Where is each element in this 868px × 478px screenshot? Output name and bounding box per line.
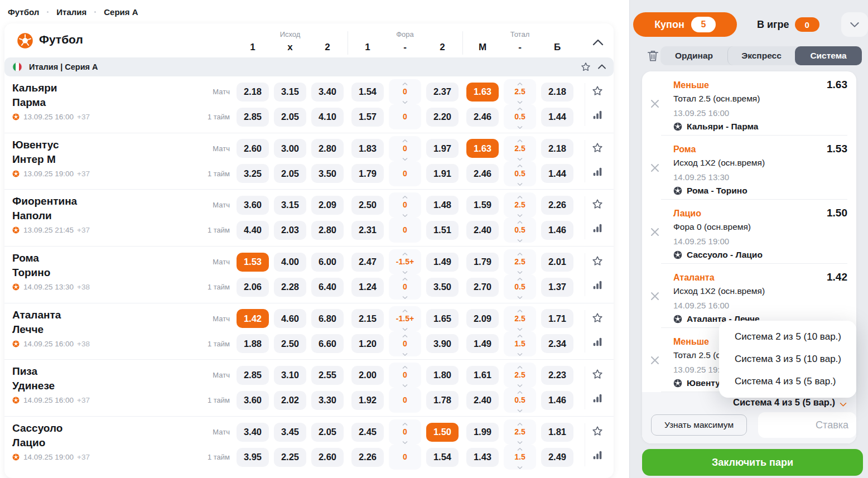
handicap-line[interactable]: 0 xyxy=(389,218,421,243)
odds-x[interactable]: 3.15 xyxy=(274,83,306,102)
handicap-line[interactable]: 0 xyxy=(389,445,421,470)
odds-2[interactable]: 2.80 xyxy=(311,221,344,240)
chevron-up-icon[interactable] xyxy=(591,37,605,48)
total-over[interactable]: 2.34 xyxy=(541,334,573,353)
total-line[interactable]: 0.5 xyxy=(504,388,536,413)
match-favorite-star-icon[interactable] xyxy=(591,312,604,324)
remove-selection-icon[interactable] xyxy=(648,354,662,367)
total-over[interactable]: 1.46 xyxy=(541,391,573,410)
system-option[interactable]: Система 3 из 5 (10 вар.) xyxy=(719,348,856,370)
total-line[interactable]: 0.5 xyxy=(504,161,536,186)
odds-x[interactable]: 4.60 xyxy=(274,309,306,328)
handicap-1[interactable]: 1.24 xyxy=(351,278,384,297)
total-under[interactable]: 1.49 xyxy=(466,334,499,353)
match-favorite-star-icon[interactable] xyxy=(591,255,604,267)
match-stats-icon[interactable] xyxy=(591,336,604,348)
system-select[interactable]: Система 4 из 5 (5 вар.) xyxy=(733,397,847,408)
match-stats-icon[interactable] xyxy=(591,109,604,121)
odds-2[interactable]: 2.80 xyxy=(311,139,344,158)
handicap-2[interactable]: 1.48 xyxy=(426,196,459,215)
bet-type-tab-inactive[interactable]: Экспресс xyxy=(727,46,795,65)
handicap-line[interactable]: 0 xyxy=(389,388,421,413)
total-line[interactable]: 0.5 xyxy=(504,274,536,300)
handicap-1[interactable]: 1.92 xyxy=(351,391,384,410)
match-favorite-star-icon[interactable] xyxy=(591,85,604,97)
handicap-line[interactable]: 0 xyxy=(389,161,421,186)
handicap-2[interactable]: 1.97 xyxy=(426,139,459,158)
odds-2[interactable]: 6.40 xyxy=(311,278,344,297)
odds-1[interactable]: 2.60 xyxy=(237,139,269,158)
match-stats-icon[interactable] xyxy=(591,222,604,234)
handicap-line[interactable]: 0 xyxy=(389,274,421,300)
odds-1[interactable]: 3.60 xyxy=(237,391,269,410)
total-over[interactable]: 2.01 xyxy=(541,253,573,272)
odds-x[interactable]: 2.05 xyxy=(274,164,306,183)
remove-selection-icon[interactable] xyxy=(648,289,662,303)
handicap-2-selected[interactable]: 1.50 xyxy=(426,423,459,442)
odds-2[interactable]: 2.09 xyxy=(311,196,344,215)
handicap-2[interactable]: 1.91 xyxy=(426,164,459,183)
total-over[interactable]: 2.23 xyxy=(541,366,573,385)
total-under[interactable]: 1.79 xyxy=(466,253,499,272)
odds-x[interactable]: 3.45 xyxy=(274,423,306,442)
odds-1[interactable]: 4.40 xyxy=(237,221,269,240)
total-over[interactable]: 1.44 xyxy=(541,164,573,183)
handicap-1[interactable]: 1.57 xyxy=(351,108,384,127)
collapse-league-button[interactable] xyxy=(597,62,607,71)
handicap-2[interactable]: 1.80 xyxy=(426,366,459,385)
remove-selection-icon[interactable] xyxy=(648,161,662,175)
total-under[interactable]: 2.46 xyxy=(466,164,499,183)
coupon-tab[interactable]: Купон 5 xyxy=(633,12,737,37)
total-line[interactable]: 2.5 xyxy=(504,306,536,331)
odds-x[interactable]: 2.03 xyxy=(274,221,306,240)
total-over[interactable]: 2.49 xyxy=(541,448,573,467)
handicap-2[interactable]: 1.49 xyxy=(426,253,459,272)
handicap-line[interactable]: 0 xyxy=(389,192,421,218)
total-over[interactable]: 2.26 xyxy=(541,196,573,215)
match-favorite-star-icon[interactable] xyxy=(591,198,604,210)
odds-1[interactable]: 2.85 xyxy=(237,366,269,385)
handicap-1[interactable]: 2.45 xyxy=(351,423,384,442)
handicap-2[interactable]: 2.20 xyxy=(426,108,459,127)
odds-1-selected[interactable]: 1.42 xyxy=(237,309,269,328)
handicap-1[interactable]: 2.31 xyxy=(351,221,384,240)
odds-1[interactable]: 3.60 xyxy=(237,196,269,215)
max-stake-button[interactable]: Узнать максимум xyxy=(651,414,747,436)
odds-x[interactable]: 2.05 xyxy=(274,108,306,127)
total-line[interactable]: 2.5 xyxy=(504,79,536,104)
odds-x[interactable]: 4.00 xyxy=(274,253,306,272)
odds-1[interactable]: 3.25 xyxy=(237,164,269,183)
odds-1[interactable]: 2.85 xyxy=(237,108,269,127)
match-stats-icon[interactable] xyxy=(591,279,604,291)
handicap-line[interactable]: -1.5+ xyxy=(389,249,421,274)
odds-2[interactable]: 3.30 xyxy=(311,391,344,410)
total-line[interactable]: 2.5 xyxy=(504,419,536,445)
odds-2[interactable]: 3.40 xyxy=(311,83,344,102)
handicap-2[interactable]: 3.50 xyxy=(426,278,459,297)
handicap-line[interactable]: 0 xyxy=(389,79,421,104)
match-stats-icon[interactable] xyxy=(591,392,604,404)
remove-selection-icon[interactable] xyxy=(648,225,662,239)
match-stats-icon[interactable] xyxy=(591,166,604,178)
total-under[interactable]: 2.40 xyxy=(466,391,499,410)
system-option[interactable]: Система 4 из 5 (5 вар.) xyxy=(719,370,856,393)
bet-type-tab-inactive[interactable]: Ординар xyxy=(660,46,727,65)
odds-x[interactable]: 3.00 xyxy=(274,139,306,158)
handicap-1[interactable]: 1.83 xyxy=(351,139,384,158)
odds-1[interactable]: 2.06 xyxy=(237,278,269,297)
total-line[interactable]: 1.5 xyxy=(504,331,536,356)
breadcrumb-league[interactable]: Серия А xyxy=(104,7,138,17)
odds-2[interactable]: 6.00 xyxy=(311,253,344,272)
bet-type-tab-active[interactable]: Система xyxy=(795,46,862,65)
handicap-2[interactable]: 3.90 xyxy=(426,334,459,353)
total-over[interactable]: 2.18 xyxy=(541,83,573,102)
handicap-2[interactable]: 1.65 xyxy=(426,309,459,328)
total-line[interactable]: 0.5 xyxy=(504,104,536,129)
odds-1-selected[interactable]: 1.53 xyxy=(237,253,269,272)
odds-2[interactable]: 4.10 xyxy=(311,108,344,127)
odds-1[interactable]: 3.95 xyxy=(237,448,269,467)
handicap-1[interactable]: 2.50 xyxy=(351,196,384,215)
handicap-1[interactable]: 2.47 xyxy=(351,253,384,272)
total-under-selected[interactable]: 1.63 xyxy=(466,83,499,102)
handicap-1[interactable]: 1.79 xyxy=(351,164,384,183)
